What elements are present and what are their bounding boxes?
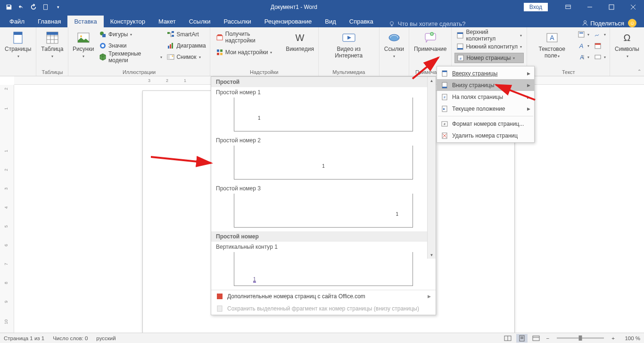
vertical-ruler[interactable]: 2 1 1 2 3 4 5 6 7 8 9 10 [0, 85, 14, 333]
smartart-button[interactable]: SmartArt [165, 29, 207, 40]
tab-insert[interactable]: Вставка [67, 16, 103, 27]
qat-customize-icon[interactable]: ▾ [52, 0, 64, 14]
tab-home[interactable]: Главная [31, 16, 67, 27]
submenu-current-position[interactable]: Текущее положение ▶ [437, 103, 534, 114]
gallery-scrollbar[interactable]: ▲ ▼ [427, 77, 436, 259]
close-icon[interactable] [622, 0, 644, 14]
wikipedia-button[interactable]: W Википедия [283, 29, 316, 54]
symbols-button[interactable]: Ω Символы▾ [612, 29, 642, 60]
scroll-down-icon[interactable]: ▼ [428, 251, 436, 259]
comment-button[interactable]: Примечание [411, 29, 449, 54]
group-label: Таблицы [38, 69, 66, 76]
icons-icon [99, 42, 107, 49]
header-button[interactable]: Верхний колонтитул▾ [454, 30, 524, 41]
get-addins-button[interactable]: Получить надстройки [214, 32, 281, 42]
tell-me-search[interactable]: Что вы хотите сделать? [388, 20, 466, 27]
svg-rect-6 [14, 32, 22, 35]
submenu-top-of-page[interactable]: Вверху страницы ▶ [437, 67, 534, 79]
group-links: Ссылки▾ Ссылки [380, 27, 409, 76]
share-label: Поделиться [590, 20, 624, 27]
scroll-up-icon[interactable]: ▲ [428, 77, 436, 84]
wordart-button[interactable]: A▾ [576, 41, 591, 51]
gallery-item-simple-1[interactable]: 1 [234, 98, 413, 131]
view-web-layout[interactable] [530, 334, 542, 343]
links-button[interactable]: Ссылки▾ [381, 29, 407, 60]
share-button[interactable]: Поделиться [582, 20, 624, 27]
3d-models-button[interactable]: Трехмерные модели ▾ [97, 52, 164, 62]
footer-button[interactable]: Нижний колонтитул▾ [454, 41, 524, 52]
zoom-slider[interactable] [557, 337, 604, 339]
object-button[interactable]: ▾ [592, 52, 608, 62]
status-word-count[interactable]: Число слов: 0 [53, 335, 88, 341]
tab-mailings[interactable]: Рассылки [217, 16, 257, 27]
signature-button[interactable]: ▾ [592, 29, 608, 40]
pages-button[interactable]: Страницы▾ [2, 29, 34, 60]
signature-icon [594, 31, 602, 38]
bulb-icon [388, 21, 395, 27]
view-print-layout[interactable] [516, 334, 528, 343]
svg-rect-51 [442, 71, 447, 72]
svg-rect-68 [533, 336, 539, 341]
gallery-more-office[interactable]: Дополнительные номера страниц с сайта Of… [211, 290, 436, 302]
page-number-button[interactable]: #Номер страницы▾ [454, 53, 524, 63]
gallery-header: Простой [211, 77, 436, 87]
save-icon[interactable] [3, 0, 15, 14]
tab-file[interactable]: Файл [3, 16, 31, 27]
tab-design[interactable]: Конструктор [104, 16, 152, 27]
drop-cap-button[interactable]: A▾ [576, 52, 591, 62]
svg-rect-42 [578, 32, 584, 37]
minimize-icon[interactable] [579, 0, 601, 14]
quick-access-toolbar: ▾ [0, 0, 64, 14]
login-button[interactable]: Вход [524, 3, 548, 11]
undo-icon[interactable] [15, 0, 27, 14]
feedback-icon[interactable]: ☺ [628, 19, 636, 27]
gallery-item-vertical-outline-1[interactable]: 1 [234, 252, 413, 286]
gallery-item-simple-3[interactable]: 1 [234, 194, 413, 228]
status-language[interactable]: русский [96, 335, 116, 341]
status-page[interactable]: Страница 1 из 1 [4, 335, 44, 341]
svg-rect-2 [609, 5, 614, 9]
svg-point-10 [80, 35, 82, 37]
tab-layout[interactable]: Макет [152, 16, 182, 27]
date-time-button[interactable] [592, 41, 608, 51]
svg-text:#: # [444, 96, 446, 99]
page-icon [10, 30, 25, 45]
tab-references[interactable]: Ссылки [182, 16, 217, 27]
text-box-button[interactable]: A Текстовое поле▾ [529, 29, 575, 60]
chevron-right-icon: ▶ [527, 83, 530, 88]
submenu-bottom-of-page[interactable]: Внизу страницы ▶ [437, 79, 534, 91]
page-number-submenu: Вверху страницы ▶ Внизу страницы ▶ # На … [437, 66, 535, 143]
svg-rect-67 [520, 335, 524, 341]
redo-icon[interactable] [27, 0, 40, 14]
zoom-out-button[interactable]: − [545, 335, 552, 341]
collapse-ribbon-icon[interactable]: ⌃ [637, 69, 641, 74]
new-doc-icon[interactable] [40, 0, 52, 14]
submenu-page-margins[interactable]: # На полях страницы ▶ [437, 91, 534, 103]
quick-parts-icon [578, 31, 585, 38]
my-addins-button[interactable]: Мои надстройки ▾ [214, 47, 281, 57]
gallery-item-simple-2[interactable]: 1 [234, 146, 413, 180]
tab-view[interactable]: Вид [318, 16, 343, 27]
tab-review[interactable]: Рецензирование [258, 16, 318, 27]
online-video-button[interactable]: Видео из Интернета [321, 29, 377, 60]
submenu-format-numbers[interactable]: # Формат номеров страниц... [437, 118, 534, 130]
table-button[interactable]: Таблица▾ [38, 29, 66, 60]
submenu-remove-numbers[interactable]: Удалить номера страниц [437, 130, 534, 141]
chart-button[interactable]: Диаграмма [165, 41, 207, 51]
maximize-icon[interactable] [601, 0, 622, 14]
screenshot-button[interactable]: Снимок▾ [165, 52, 207, 62]
icons-button[interactable]: Значки [97, 41, 164, 51]
display-mode-icon[interactable] [557, 0, 579, 14]
video-icon [341, 30, 356, 45]
pictures-button[interactable]: Рисунки▾ [70, 29, 96, 60]
zoom-level[interactable]: 100 % [619, 335, 640, 341]
quick-parts-button[interactable]: ▾ [576, 29, 591, 40]
group-pages: Страницы▾ Страницы [0, 27, 36, 76]
view-read-mode[interactable] [502, 334, 513, 343]
zoom-in-button[interactable]: + [610, 335, 617, 341]
person-icon [582, 20, 588, 26]
svg-rect-61 [217, 294, 223, 299]
title-bar: ▾ Документ1 - Word Вход [0, 0, 644, 14]
tab-help[interactable]: Справка [343, 16, 380, 27]
shapes-button[interactable]: Фигуры▾ [97, 29, 164, 40]
